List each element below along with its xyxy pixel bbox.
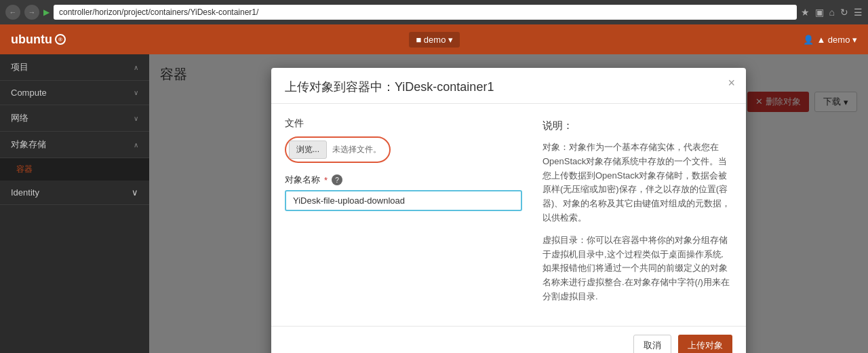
description-para2: 虚拟目录：你可以在容器中将你的对象分组存储于虚拟机目录中,这个过程类似于桌面操作…: [542, 234, 732, 304]
browser-icons: ★ ▣ ⌂ ↻ ☰: [801, 7, 863, 18]
browse-button[interactable]: 浏览...: [289, 141, 327, 159]
chevron-compute: ∨: [134, 89, 138, 96]
refresh-icon[interactable]: ↻: [840, 7, 848, 18]
logo-text: ubuntu: [11, 33, 52, 47]
object-name-input[interactable]: [285, 190, 522, 211]
object-name-label: 对象名称 * ?: [285, 174, 522, 186]
user-label-text: ▲ demo ▾: [816, 35, 857, 45]
cancel-button[interactable]: 取消: [633, 335, 671, 353]
bookmark-icon[interactable]: ★: [801, 7, 810, 18]
forward-button[interactable]: →: [24, 5, 39, 20]
chevron-storage: ∧: [134, 141, 138, 149]
modal-form: 文件 浏览... 未选择文件。 对象名称 * ?: [285, 117, 522, 312]
sidebar-item-project[interactable]: 项目 ∧: [0, 54, 149, 81]
demo-project-btn[interactable]: ■ demo ▾: [409, 32, 460, 48]
home-icon[interactable]: ⌂: [829, 7, 835, 18]
user-icon: 👤: [803, 35, 814, 45]
chevron-project: ∧: [134, 64, 138, 71]
sidebar-item-identity[interactable]: Identity ∨: [0, 181, 149, 205]
sidebar-item-compute[interactable]: Compute ∨: [0, 81, 149, 105]
required-indicator: *: [324, 175, 328, 185]
file-section-label: 文件: [285, 117, 522, 130]
file-row: 浏览... 未选择文件。: [285, 136, 522, 163]
url-bar[interactable]: controller/horizon/project/containers/Yi…: [54, 5, 797, 20]
description-para1: 对象：对象作为一个基本存储实体，代表您在OpenStack对象存储系统中存放的一…: [542, 141, 732, 225]
file-name-display: 未选择文件。: [332, 144, 381, 155]
sidebar-item-network[interactable]: 网络 ∨: [0, 105, 149, 132]
modal-description: 说明： 对象：对象作为一个基本存储实体，代表您在OpenStack对象存储系统中…: [542, 117, 732, 312]
modal-title: 上传对象到容器中：YiDesk-container1: [285, 79, 732, 95]
user-menu[interactable]: 👤 ▲ demo ▾: [803, 35, 857, 45]
reader-icon[interactable]: ▣: [815, 7, 824, 18]
app-header: ubuntu ® ■ demo ▾ 👤 ▲ demo ▾: [0, 24, 868, 54]
description-title: 说明：: [542, 117, 732, 134]
help-icon[interactable]: ?: [332, 174, 342, 185]
modal-overlay: 上传对象到容器中：YiDesk-container1 × 文件 浏览... 未选…: [149, 54, 868, 353]
security-icon: ▶: [43, 7, 50, 17]
file-input-wrapper: 浏览... 未选择文件。: [285, 136, 391, 163]
ubuntu-logo: ubuntu ®: [11, 33, 66, 47]
modal-body: 文件 浏览... 未选择文件。 对象名称 * ?: [271, 104, 746, 326]
upload-modal: 上传对象到容器中：YiDesk-container1 × 文件 浏览... 未选…: [271, 68, 746, 353]
modal-close-button[interactable]: ×: [728, 76, 735, 90]
back-button[interactable]: ←: [5, 5, 20, 20]
menu-icon[interactable]: ☰: [854, 7, 863, 18]
sidebar: 项目 ∧ Compute ∨ 网络 ∨ 对象存储 ∧ 容器 Identity ∨: [0, 54, 149, 353]
chevron-network: ∨: [134, 115, 138, 122]
main-layout: 项目 ∧ Compute ∨ 网络 ∨ 对象存储 ∧ 容器 Identity ∨…: [0, 54, 868, 353]
submit-button[interactable]: 上传对象: [678, 335, 732, 353]
sidebar-item-containers[interactable]: 容器: [0, 158, 149, 181]
browser-toolbar: ← → ▶ controller/horizon/project/contain…: [0, 0, 868, 24]
sidebar-item-object-storage[interactable]: 对象存储 ∧: [0, 132, 149, 158]
logo-circle: ®: [55, 34, 66, 45]
chevron-identity: ∨: [132, 187, 138, 198]
modal-header: 上传对象到容器中：YiDesk-container1 ×: [271, 68, 746, 104]
content-area: 容器 ⊞ 视目录 ▲ 上传对象 ✕ 删除对象 下载 ▾ 上传对象到容器中：YiD…: [149, 54, 868, 353]
url-text: controller/horizon/project/containers/Yi…: [59, 7, 258, 17]
modal-footer: 取消 上传对象: [271, 326, 746, 353]
